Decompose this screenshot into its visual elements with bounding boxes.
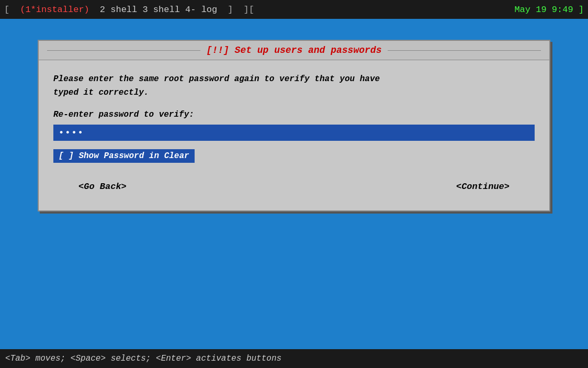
show-password-checkbox[interactable]: [ ] Show Password in Clear xyxy=(53,149,195,163)
dialog-title-bar: [!!] Set up users and passwords xyxy=(39,41,549,60)
password-input-container[interactable] xyxy=(53,125,535,141)
dialog-body: Please enter the same root password agai… xyxy=(39,60,549,210)
tab-installer[interactable]: (1*installer) xyxy=(20,5,89,15)
top-bar: [ (1*installer) 2 shell 3 shell 4- log ]… xyxy=(0,0,588,19)
keyboard-hint: <Tab> moves; <Space> selects; <Enter> ac… xyxy=(5,354,281,363)
datetime-section: May 19 9:49 ] xyxy=(514,5,584,15)
go-back-button[interactable]: <Go Back> xyxy=(74,180,131,194)
tabs-inactive[interactable]: 2 shell 3 shell 4- log xyxy=(100,5,217,15)
bracket-left: [ xyxy=(4,5,9,15)
dialog-title: [!!] Set up users and passwords xyxy=(200,45,388,55)
dialog: [!!] Set up users and passwords Please e… xyxy=(38,40,550,211)
datetime-bracket: ] xyxy=(579,5,584,15)
description-line2: typed it correctly. xyxy=(53,88,149,97)
bottom-bar: <Tab> moves; <Space> selects; <Enter> ac… xyxy=(0,349,588,368)
buttons-row: <Go Back> <Continue> xyxy=(53,175,535,198)
main-area: [!!] Set up users and passwords Please e… xyxy=(0,19,588,349)
continue-button[interactable]: <Continue> xyxy=(452,180,514,194)
tab-bar: [ (1*installer) 2 shell 3 shell 4- log ]… xyxy=(4,5,254,15)
description-text: Please enter the same root password agai… xyxy=(53,73,535,99)
reenter-label: Re-enter password to verify: xyxy=(53,110,535,119)
bracket-right: ] xyxy=(228,5,233,15)
separator: ][ xyxy=(243,5,254,15)
password-input[interactable] xyxy=(59,128,529,138)
description-line1: Please enter the same root password agai… xyxy=(53,74,380,84)
datetime: May 19 9:49 xyxy=(514,5,573,15)
